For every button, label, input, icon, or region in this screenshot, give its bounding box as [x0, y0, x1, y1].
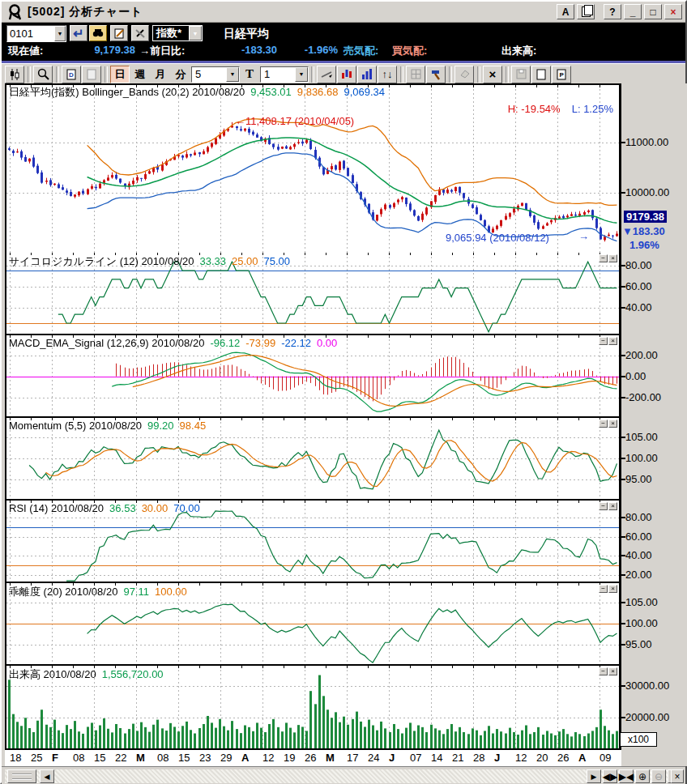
title-bar: [5002] 分析チャート A ? _ □ ×: [2, 2, 685, 23]
interval-select[interactable]: 5 ▼: [191, 66, 240, 83]
panel-minimize-button[interactable]: −: [599, 502, 608, 510]
y-axis-label: 40.00: [625, 301, 652, 313]
analysis-chart-window: [5002] 分析チャート A ? _ □ × ▼ ↵ 指: [0, 0, 687, 784]
app-icon: [6, 4, 23, 20]
print-page-button[interactable]: P: [552, 66, 571, 83]
zoom-tool-button[interactable]: [33, 66, 53, 83]
header-segment: 36.53: [109, 502, 136, 514]
y-axis-label: 60.00: [625, 280, 652, 292]
panel-close-button[interactable]: ×: [608, 337, 617, 345]
panel-close-button[interactable]: ×: [608, 585, 617, 593]
bar-chart-icon: [361, 68, 373, 80]
maximize-button[interactable]: □: [644, 4, 662, 19]
enter-button[interactable]: ↵: [70, 25, 87, 41]
x-axis-label: J: [494, 752, 500, 764]
x-axis-label: 07: [410, 752, 421, 764]
x-axis-label: 24: [368, 752, 379, 764]
x-axis-label: 12: [515, 752, 527, 764]
help-button[interactable]: ?: [604, 4, 621, 19]
header-segment: 98.45: [180, 420, 207, 432]
text-tool-button[interactable]: T: [240, 66, 259, 83]
eraser-button[interactable]: [454, 66, 474, 83]
x-axis-label: 23: [199, 752, 211, 764]
save-button[interactable]: [511, 66, 531, 83]
zoom-out-button[interactable]: ⊖: [651, 769, 666, 783]
panel-close-button[interactable]: ×: [608, 420, 617, 428]
code-input[interactable]: [7, 26, 54, 41]
settings-button[interactable]: [426, 66, 446, 83]
chart-toolbar: D 日 週 月 分 5 ▼ T 1 ▼ ↑↓: [2, 63, 685, 84]
memo-button[interactable]: [110, 25, 128, 41]
panel-minimize-button[interactable]: −: [599, 585, 608, 593]
change-label: →前日比:: [139, 44, 185, 58]
volume-label: 出来高:: [501, 44, 536, 58]
grid-layout-button[interactable]: [406, 66, 425, 83]
period-day-button[interactable]: 日: [110, 66, 130, 83]
restore-page-button[interactable]: [82, 66, 101, 83]
panel-minimize-button[interactable]: −: [599, 667, 608, 675]
y-axis-label: 80.00: [625, 511, 652, 523]
font-button[interactable]: A: [557, 4, 574, 19]
delete-all-button[interactable]: ×: [483, 66, 502, 83]
panel-close-button[interactable]: ×: [608, 254, 617, 262]
search-button[interactable]: [89, 25, 107, 41]
count-select[interactable]: 1 ▼: [260, 66, 309, 83]
compress-bars-button[interactable]: ▶◀: [619, 769, 634, 783]
period-week-button[interactable]: 週: [130, 66, 150, 83]
y-axis-label: 100.00: [625, 617, 658, 629]
rsi-panel-header: RSI (14) 2010/08/2036.5330.0070.00: [9, 502, 206, 514]
minimize-button[interactable]: _: [624, 4, 642, 19]
bar-chart-button[interactable]: [357, 66, 377, 83]
candle-chart-button[interactable]: [337, 66, 356, 83]
x-axis-label: 09: [600, 752, 611, 764]
scrollbar-track[interactable]: [5, 769, 682, 783]
panel-minimize-button[interactable]: −: [599, 337, 608, 345]
sort-arrows-button[interactable]: ↑↓: [378, 66, 397, 83]
panel-close-button[interactable]: ×: [608, 667, 617, 675]
price-pct-tag: 1.96%: [629, 239, 659, 251]
scroll-right-button[interactable]: ▶: [587, 769, 601, 783]
close-button[interactable]: ×: [664, 4, 682, 19]
copy-chart-button[interactable]: [531, 66, 551, 83]
x-axis-label: 12: [262, 752, 274, 764]
scrollbar-thumb[interactable]: [7, 769, 36, 783]
header-segment: 100.00: [155, 586, 187, 598]
new-page-button[interactable]: D: [62, 66, 81, 83]
trendline-tool-button[interactable]: [317, 66, 336, 83]
crossed-pencil-icon: [134, 28, 146, 39]
period-month-button[interactable]: 月: [151, 66, 170, 83]
count-dropdown-button: ▼: [295, 67, 308, 82]
no-draw-button[interactable]: [131, 25, 149, 41]
x-axis-label: 21: [452, 752, 463, 764]
panel-minimize-button[interactable]: −: [599, 254, 608, 262]
x-axis-label: A: [578, 752, 586, 764]
panel-close-button[interactable]: ×: [608, 502, 617, 510]
expand-bars-button[interactable]: ◀▶: [603, 769, 617, 783]
index-select[interactable]: 指数* ▼: [152, 25, 203, 41]
period-low-arrow: →: [578, 230, 589, 242]
change-value: -183.30: [204, 44, 277, 56]
kairi-panel-controls: −×: [598, 585, 617, 593]
x-axis-label: 20: [536, 752, 548, 764]
period-minute-button[interactable]: 分: [171, 66, 190, 83]
page-icon: D: [66, 69, 77, 80]
duplicate-window-button[interactable]: [577, 4, 595, 19]
psych-panel-controls: −×: [598, 254, 617, 262]
last-price-tag: 9179.38: [624, 211, 667, 223]
header-segment: RSI (14) 2010/08/20: [9, 502, 104, 514]
eraser-icon: [459, 70, 470, 79]
zoom-in-button[interactable]: ⊕: [635, 769, 650, 783]
panel-minimize-button[interactable]: −: [599, 420, 608, 428]
hammer-icon: [430, 69, 442, 80]
x-axis-label: M: [136, 752, 145, 764]
y-axis-label: 100.00: [625, 452, 658, 464]
code-dropdown-button[interactable]: ▼: [54, 26, 66, 41]
candle-style-button[interactable]: [5, 66, 24, 83]
scroll-left-button[interactable]: ◀: [40, 769, 54, 783]
index-dropdown-button: ▼: [189, 26, 202, 40]
close-chart-box-button[interactable]: ×: [671, 769, 684, 783]
header-segment: 0.00: [317, 337, 337, 349]
y-axis-label: 20.00: [625, 569, 652, 581]
copy-icon: [582, 6, 591, 17]
candle-chart-icon: [341, 68, 352, 80]
